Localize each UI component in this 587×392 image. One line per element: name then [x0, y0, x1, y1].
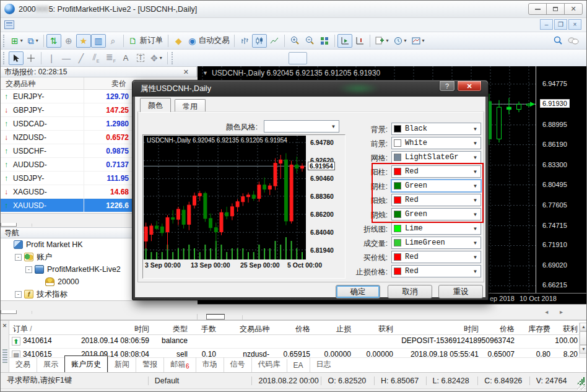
tab-common[interactable]: 常用 — [175, 99, 206, 112]
indicators-button[interactable]: ▾ — [373, 34, 391, 48]
text-tool-button[interactable]: A — [118, 51, 133, 65]
ok-button[interactable]: 确定 — [336, 285, 380, 298]
profiles-button[interactable]: ⧉▾ — [25, 34, 41, 48]
zoom-in-button[interactable] — [287, 34, 302, 48]
community-button[interactable] — [565, 34, 581, 48]
cancel-button[interactable]: 取消 — [388, 285, 432, 298]
market-watch-close-icon[interactable]: ✕ — [183, 68, 189, 76]
chart-tab[interactable] — [206, 314, 225, 320]
color-select[interactable]: Red ▼ — [391, 194, 481, 206]
menu-item[interactable] — [69, 24, 85, 26]
search-button[interactable] — [550, 34, 565, 48]
navigator-tab[interactable] — [1, 310, 17, 314]
terminal-button[interactable]: ▥ — [91, 34, 106, 48]
cursor-tool-button[interactable] — [9, 51, 24, 65]
metaeditor-button[interactable]: ◆ — [171, 34, 186, 48]
chart-tab-scroll-arrows[interactable]: ◂ ▸ — [545, 308, 568, 389]
color-select[interactable]: Red ▼ — [391, 251, 481, 263]
scroll-up-icon[interactable]: ▲ — [580, 323, 587, 331]
vertical-line-button[interactable]: | — [44, 51, 59, 65]
terminal-tab[interactable]: 信号 — [224, 357, 251, 372]
bar-chart-button[interactable] — [237, 34, 252, 48]
tree-expander-icon[interactable]: - — [15, 254, 22, 261]
minimize-button[interactable] — [528, 3, 547, 15]
chart-tab[interactable] — [225, 315, 243, 320]
menu-item[interactable] — [101, 24, 117, 26]
menu-item[interactable] — [53, 24, 69, 26]
terminal-tab[interactable]: 市场 — [196, 357, 224, 372]
tile-windows-button[interactable] — [317, 34, 332, 48]
menu-item[interactable] — [37, 24, 53, 26]
new-chart-button[interactable]: ⊞▾ — [9, 34, 25, 48]
color-select[interactable]: Green ▼ — [391, 208, 481, 220]
auto-scroll-button[interactable] — [337, 34, 352, 48]
color-select[interactable]: Lime ▼ — [391, 222, 481, 235]
dialog-help-button[interactable]: ? — [439, 81, 455, 92]
market-watch-tab[interactable] — [17, 224, 32, 227]
text-label-button[interactable]: T — [133, 51, 148, 65]
dialog-close-button[interactable]: ✕ — [457, 81, 482, 92]
equidistant-channel-button[interactable]: ⫽E — [89, 51, 103, 65]
color-select[interactable]: Black ▼ — [391, 123, 481, 135]
autotrading-button[interactable]: ◉自动交易 — [186, 34, 232, 48]
terminal-tab[interactable]: 交易 — [9, 357, 37, 372]
templates-button[interactable]: ▾ — [409, 34, 427, 48]
close-button[interactable]: ✕ — [564, 3, 583, 15]
terminal-tab[interactable]: 警报 — [136, 357, 163, 372]
mdi-close-button[interactable]: × — [568, 19, 581, 30]
color-select[interactable]: LightSlateGr ▼ — [391, 151, 481, 163]
scroll-down-icon[interactable]: ▼ — [580, 345, 587, 354]
terminal-tab[interactable]: 邮箱6 — [163, 357, 196, 372]
mdi-restore-button[interactable]: ❐ — [554, 19, 567, 30]
timeframe-button[interactable] — [196, 52, 214, 64]
line-chart-button[interactable] — [267, 34, 282, 48]
timeframe-button[interactable] — [214, 52, 233, 64]
one-click-trading-icon[interactable]: ▼ — [202, 70, 208, 76]
market-watch-button[interactable]: ⇅ — [46, 34, 61, 48]
timeframe-button[interactable] — [270, 52, 289, 64]
terminal-scrollbar[interactable]: ▲ ▼ — [579, 323, 587, 359]
tab-colors[interactable]: 颜色 — [140, 98, 171, 112]
chart-shift-button[interactable] — [352, 34, 367, 48]
column-symbol[interactable]: 交易品种 — [1, 77, 84, 89]
timeframe-button[interactable] — [177, 52, 196, 64]
resize-grip[interactable] — [577, 382, 585, 390]
color-select[interactable]: Green ▼ — [391, 180, 481, 192]
timeframe-button[interactable] — [326, 52, 344, 64]
strategy-tester-button[interactable]: ⌕ — [106, 34, 121, 48]
crosshair-tool-button[interactable] — [24, 51, 38, 65]
tree-expander-icon[interactable]: - — [25, 266, 32, 273]
color-select[interactable]: Red ▼ — [391, 265, 481, 277]
color-select[interactable]: LimeGreen ▼ — [391, 237, 481, 249]
terminal-close-icon[interactable]: ✕ — [1, 323, 9, 329]
status-profile[interactable]: Default — [148, 377, 252, 385]
candlestick-chart-button[interactable] — [252, 34, 267, 48]
tree-expander-icon[interactable]: - — [15, 291, 22, 298]
horizontal-line-button[interactable]: — — [59, 51, 74, 65]
market-watch-tab[interactable] — [1, 223, 17, 227]
navigator-button[interactable]: ★ — [76, 34, 91, 48]
timeframe-button[interactable] — [307, 52, 326, 64]
timeframe-button[interactable] — [233, 52, 251, 64]
restore-button[interactable] — [546, 3, 565, 15]
terminal-tab[interactable]: 代码库 — [251, 357, 287, 372]
periods-button[interactable]: ▾ — [391, 34, 409, 48]
price-scale[interactable]: 6.947756.919306.889956.861906.833006.804… — [537, 66, 587, 293]
color-select[interactable]: White ▼ — [391, 137, 481, 149]
trendline-button[interactable]: ╱ — [74, 51, 89, 65]
reset-button[interactable]: 重设 — [438, 285, 483, 298]
data-window-button[interactable]: ⊕ — [61, 34, 76, 48]
mdi-minimize-button[interactable]: – — [540, 19, 553, 30]
navigator-tab[interactable] — [17, 311, 32, 314]
menu-item[interactable] — [117, 24, 133, 26]
dialog-title-bar[interactable]: 属性USDCNH-,Daily — [133, 81, 488, 97]
zoom-out-button[interactable] — [302, 34, 317, 48]
color-select[interactable]: Red ▼ — [391, 165, 481, 178]
timeframe-button[interactable] — [251, 52, 270, 64]
new-order-button[interactable]: 🗋新订单 — [126, 34, 166, 48]
terminal-tab[interactable]: 新闻 — [108, 357, 136, 372]
fibonacci-button[interactable]: ≣F — [103, 51, 118, 65]
history-row[interactable]: ⬆ 3410614 2018.09.14 08:06:59 balance DE… — [9, 335, 579, 349]
terminal-tab[interactable]: 日志 — [310, 357, 337, 372]
terminal-tab[interactable]: 账户历史 — [64, 355, 108, 372]
